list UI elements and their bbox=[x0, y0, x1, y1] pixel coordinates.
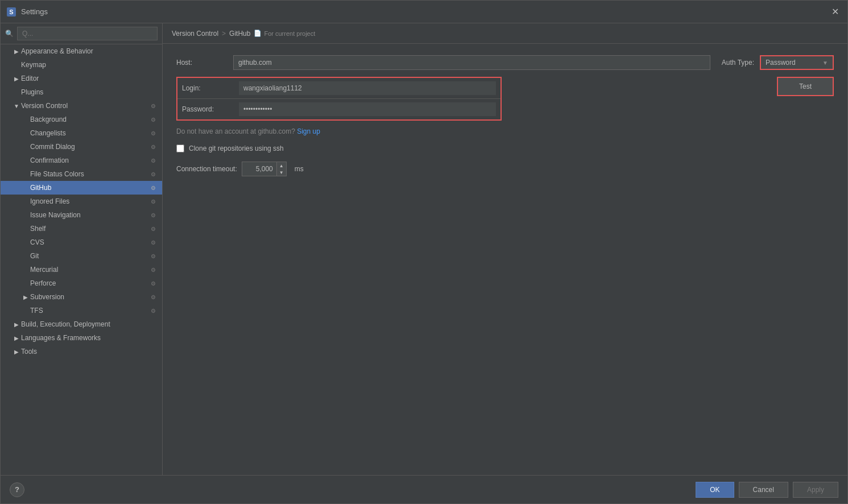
sidebar-item-mercurial[interactable]: Mercurial ⚙ bbox=[1, 263, 162, 276]
sidebar-item-issue-navigation[interactable]: Issue Navigation ⚙ bbox=[1, 208, 162, 222]
login-input[interactable] bbox=[239, 81, 496, 95]
search-icon: 🔍 bbox=[5, 30, 14, 38]
spinner-up-button[interactable]: ▲ bbox=[277, 162, 286, 169]
clone-ssh-label[interactable]: Clone git repositories using ssh bbox=[189, 144, 284, 152]
login-label: Login: bbox=[182, 84, 239, 92]
config-icon: ⚙ bbox=[148, 115, 158, 124]
sidebar-item-label: Appearance & Behavior bbox=[21, 47, 158, 55]
config-icon: ⚙ bbox=[148, 210, 158, 220]
sidebar-item-commit-dialog[interactable]: Commit Dialog ⚙ bbox=[1, 140, 162, 154]
config-icon: ⚙ bbox=[148, 142, 158, 151]
sidebar-item-perforce[interactable]: Perforce ⚙ bbox=[1, 276, 162, 290]
breadcrumb-bar: Version Control > GitHub 📄 For current p… bbox=[163, 23, 847, 44]
title-bar: S Settings ✕ bbox=[1, 1, 847, 23]
sidebar-item-version-control[interactable]: ▼ Version Control ⚙ bbox=[1, 99, 162, 113]
sidebar-item-github[interactable]: GitHub ⚙ bbox=[1, 181, 162, 195]
config-icon: ⚙ bbox=[148, 224, 158, 233]
sidebar-item-tools[interactable]: ▶ Tools bbox=[1, 345, 162, 358]
sidebar-item-git[interactable]: Git ⚙ bbox=[1, 249, 162, 263]
breadcrumb-github: GitHub bbox=[229, 30, 250, 38]
cancel-button[interactable]: Cancel bbox=[739, 482, 788, 498]
sidebar-item-label: Plugins bbox=[21, 88, 158, 96]
sidebar-item-keymap[interactable]: Keymap bbox=[1, 58, 162, 72]
config-icon: ⚙ bbox=[148, 251, 158, 261]
spacer-icon bbox=[21, 279, 30, 288]
config-icon: ⚙ bbox=[148, 279, 158, 288]
sidebar-item-label: Issue Navigation bbox=[30, 211, 148, 219]
config-icon: ⚙ bbox=[148, 306, 158, 315]
sidebar-item-cvs[interactable]: CVS ⚙ bbox=[1, 236, 162, 249]
footer: ? OK Cancel Apply bbox=[1, 475, 847, 503]
spacer-icon bbox=[21, 251, 30, 261]
config-icon: ⚙ bbox=[148, 292, 158, 301]
expand-icon: ▶ bbox=[12, 320, 21, 329]
config-icon: ⚙ bbox=[148, 129, 158, 138]
sidebar-item-appearance[interactable]: ▶ Appearance & Behavior bbox=[1, 44, 162, 58]
expand-icon: ▶ bbox=[12, 347, 21, 356]
config-icon: ⚙ bbox=[148, 156, 158, 165]
sidebar-item-label: Git bbox=[30, 252, 148, 260]
spacer-icon bbox=[21, 197, 30, 206]
sidebar-item-label: Mercurial bbox=[30, 266, 148, 274]
sidebar-item-label: Perforce bbox=[30, 279, 148, 287]
expand-icon: ▶ bbox=[21, 292, 30, 301]
config-icon: ⚙ bbox=[148, 101, 158, 110]
sidebar-item-changelists[interactable]: Changelists ⚙ bbox=[1, 126, 162, 140]
auth-type-label: Auth Type: bbox=[722, 59, 754, 67]
sidebar-item-label: Background bbox=[30, 115, 148, 123]
sidebar-item-ignored-files[interactable]: Ignored Files ⚙ bbox=[1, 195, 162, 208]
spacer-icon bbox=[21, 142, 30, 151]
no-account-text: Do not have an account at github.com? bbox=[176, 127, 295, 135]
sidebar-item-tfs[interactable]: TFS ⚙ bbox=[1, 304, 162, 317]
search-input[interactable] bbox=[17, 27, 158, 40]
expand-icon: ▶ bbox=[12, 333, 21, 342]
ok-button[interactable]: OK bbox=[696, 482, 734, 498]
sidebar-item-plugins[interactable]: Plugins bbox=[1, 85, 162, 99]
spacer-icon bbox=[21, 115, 30, 124]
sidebar-item-label: Shelf bbox=[30, 225, 148, 233]
sidebar-item-subversion[interactable]: ▶ Subversion ⚙ bbox=[1, 290, 162, 304]
content-area: Version Control > GitHub 📄 For current p… bbox=[163, 23, 847, 475]
password-input[interactable] bbox=[239, 102, 496, 116]
sidebar-item-languages-frameworks[interactable]: ▶ Languages & Frameworks bbox=[1, 331, 162, 345]
sidebar-item-shelf[interactable]: Shelf ⚙ bbox=[1, 222, 162, 236]
close-button[interactable]: ✕ bbox=[828, 5, 842, 19]
sidebar-item-background[interactable]: Background ⚙ bbox=[1, 113, 162, 126]
auth-type-value: Password bbox=[766, 59, 796, 67]
footer-buttons: OK Cancel Apply bbox=[696, 482, 838, 498]
expand-icon: ▶ bbox=[12, 74, 21, 83]
sidebar-item-editor[interactable]: ▶ Editor bbox=[1, 72, 162, 85]
apply-button[interactable]: Apply bbox=[793, 482, 838, 498]
password-label: Password: bbox=[182, 105, 239, 113]
spacer-icon bbox=[12, 88, 21, 97]
sidebar-item-confirmation[interactable]: Confirmation ⚙ bbox=[1, 154, 162, 167]
spinner-down-button[interactable]: ▼ bbox=[277, 169, 286, 176]
auth-type-dropdown[interactable]: Password ▼ bbox=[760, 55, 834, 70]
clone-ssh-checkbox[interactable] bbox=[176, 144, 184, 152]
login-row: Login: bbox=[177, 78, 500, 99]
login-password-block: Login: Password: bbox=[176, 77, 502, 121]
breadcrumb-separator: > bbox=[222, 30, 226, 38]
sidebar-item-file-status-colors[interactable]: File Status Colors ⚙ bbox=[1, 167, 162, 181]
timeout-input-wrapper: ▲ ▼ bbox=[242, 162, 287, 176]
spacer-icon bbox=[21, 224, 30, 233]
sidebar-item-build-execution[interactable]: ▶ Build, Execution, Deployment bbox=[1, 317, 162, 331]
signup-link[interactable]: Sign up bbox=[297, 127, 320, 135]
footer-left: ? bbox=[10, 482, 24, 497]
host-input[interactable] bbox=[233, 55, 710, 70]
signup-row: Do not have an account at github.com? Si… bbox=[176, 127, 834, 135]
sidebar-item-label: TFS bbox=[30, 307, 148, 315]
timeout-input[interactable] bbox=[242, 163, 276, 175]
test-button[interactable]: Test bbox=[777, 77, 834, 96]
main-content: 🔍 ▶ Appearance & Behavior Keymap ▶ Edito… bbox=[1, 23, 847, 475]
connection-timeout-row: Connection timeout: ▲ ▼ ms bbox=[176, 162, 834, 176]
sidebar-item-label: CVS bbox=[30, 238, 148, 246]
password-row: Password: bbox=[177, 99, 500, 119]
settings-window: S Settings ✕ 🔍 ▶ Appearance & Behavior K… bbox=[0, 0, 848, 504]
sidebar: 🔍 ▶ Appearance & Behavior Keymap ▶ Edito… bbox=[1, 23, 163, 475]
spacer-icon bbox=[21, 156, 30, 165]
expand-icon: ▼ bbox=[12, 101, 21, 110]
host-label: Host: bbox=[176, 59, 233, 67]
help-button[interactable]: ? bbox=[10, 482, 24, 497]
sidebar-item-label: Confirmation bbox=[30, 156, 148, 164]
